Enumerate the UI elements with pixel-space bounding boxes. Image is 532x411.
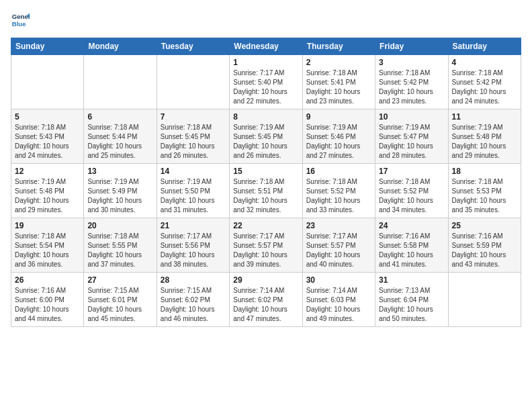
calendar-week-row: 12Sunrise: 7:19 AM Sunset: 5:48 PM Dayli… [11,164,521,218]
empty-cell [11,55,84,109]
calendar-day-cell: 11Sunrise: 7:19 AM Sunset: 5:48 PM Dayli… [448,109,521,164]
empty-cell [84,55,157,109]
day-number: 18 [452,167,517,176]
calendar-day-cell: 21Sunrise: 7:17 AM Sunset: 5:56 PM Dayli… [157,218,229,273]
calendar-day-cell: 7Sunrise: 7:18 AM Sunset: 5:45 PM Daylig… [157,109,229,164]
day-number: 23 [306,221,371,230]
weekday-header-wednesday: Wednesday [230,38,302,55]
day-info: Sunrise: 7:15 AM Sunset: 6:01 PM Dayligh… [87,286,152,324]
day-info: Sunrise: 7:18 AM Sunset: 5:42 PM Dayligh… [452,68,517,106]
day-number: 1 [233,58,298,67]
day-info: Sunrise: 7:14 AM Sunset: 6:03 PM Dayligh… [306,286,371,324]
calendar-day-cell: 1Sunrise: 7:17 AM Sunset: 5:40 PM Daylig… [230,55,302,109]
day-number: 25 [452,221,517,230]
day-number: 27 [87,275,152,285]
day-number: 22 [233,221,298,230]
day-number: 14 [161,167,226,176]
calendar-day-cell: 27Sunrise: 7:15 AM Sunset: 6:01 PM Dayli… [84,273,157,327]
day-info: Sunrise: 7:18 AM Sunset: 5:42 PM Dayligh… [379,68,444,106]
calendar-day-cell: 28Sunrise: 7:15 AM Sunset: 6:02 PM Dayli… [157,273,229,327]
calendar-day-cell: 16Sunrise: 7:18 AM Sunset: 5:52 PM Dayli… [302,164,375,218]
day-info: Sunrise: 7:19 AM Sunset: 5:47 PM Dayligh… [379,123,444,161]
day-number: 3 [379,58,444,67]
day-number: 15 [233,167,298,176]
day-number: 26 [15,275,80,285]
day-number: 20 [87,221,152,230]
svg-text:General: General [12,13,30,20]
calendar-day-cell: 17Sunrise: 7:18 AM Sunset: 5:52 PM Dayli… [375,164,448,218]
day-info: Sunrise: 7:18 AM Sunset: 5:53 PM Dayligh… [452,177,517,215]
day-number: 19 [15,221,80,230]
page-header: General Blue [11,11,521,30]
calendar-day-cell: 30Sunrise: 7:14 AM Sunset: 6:03 PM Dayli… [302,273,375,327]
weekday-header-thursday: Thursday [302,38,375,55]
day-number: 11 [452,112,517,122]
calendar-week-row: 1Sunrise: 7:17 AM Sunset: 5:40 PM Daylig… [11,55,521,109]
day-info: Sunrise: 7:19 AM Sunset: 5:48 PM Dayligh… [15,177,80,215]
day-info: Sunrise: 7:19 AM Sunset: 5:45 PM Dayligh… [233,123,298,161]
calendar-day-cell: 18Sunrise: 7:18 AM Sunset: 5:53 PM Dayli… [448,164,521,218]
day-info: Sunrise: 7:19 AM Sunset: 5:50 PM Dayligh… [161,177,226,215]
weekday-header-friday: Friday [375,38,448,55]
day-info: Sunrise: 7:16 AM Sunset: 6:00 PM Dayligh… [15,286,80,324]
svg-text:Blue: Blue [12,20,26,28]
calendar-day-cell: 19Sunrise: 7:18 AM Sunset: 5:54 PM Dayli… [11,218,84,273]
logo: General Blue [11,11,32,30]
day-info: Sunrise: 7:18 AM Sunset: 5:54 PM Dayligh… [15,232,80,269]
day-number: 24 [379,221,444,230]
day-number: 13 [87,167,152,176]
day-number: 28 [161,275,226,285]
day-info: Sunrise: 7:18 AM Sunset: 5:51 PM Dayligh… [233,177,298,215]
day-number: 12 [15,167,80,176]
calendar-day-cell: 6Sunrise: 7:18 AM Sunset: 5:44 PM Daylig… [84,109,157,164]
day-info: Sunrise: 7:17 AM Sunset: 5:56 PM Dayligh… [161,232,226,269]
calendar-day-cell: 14Sunrise: 7:19 AM Sunset: 5:50 PM Dayli… [157,164,229,218]
calendar-day-cell: 26Sunrise: 7:16 AM Sunset: 6:00 PM Dayli… [11,273,84,327]
calendar-day-cell: 31Sunrise: 7:13 AM Sunset: 6:04 PM Dayli… [375,273,448,327]
day-info: Sunrise: 7:16 AM Sunset: 5:58 PM Dayligh… [379,232,444,269]
calendar-day-cell: 15Sunrise: 7:18 AM Sunset: 5:51 PM Dayli… [230,164,302,218]
calendar-week-row: 26Sunrise: 7:16 AM Sunset: 6:00 PM Dayli… [11,273,521,327]
calendar-day-cell: 24Sunrise: 7:16 AM Sunset: 5:58 PM Dayli… [375,218,448,273]
day-number: 29 [233,275,298,285]
day-number: 21 [161,221,226,230]
day-info: Sunrise: 7:16 AM Sunset: 5:59 PM Dayligh… [452,232,517,269]
calendar-week-row: 5Sunrise: 7:18 AM Sunset: 5:43 PM Daylig… [11,109,521,164]
weekday-header-saturday: Saturday [448,38,521,55]
calendar-day-cell: 8Sunrise: 7:19 AM Sunset: 5:45 PM Daylig… [230,109,302,164]
day-info: Sunrise: 7:19 AM Sunset: 5:49 PM Dayligh… [87,177,152,215]
day-number: 17 [379,167,444,176]
calendar-day-cell: 10Sunrise: 7:19 AM Sunset: 5:47 PM Dayli… [375,109,448,164]
day-number: 6 [87,112,152,122]
day-number: 30 [306,275,371,285]
weekday-header-sunday: Sunday [11,38,84,55]
day-number: 16 [306,167,371,176]
day-info: Sunrise: 7:17 AM Sunset: 5:57 PM Dayligh… [306,232,371,269]
day-number: 2 [306,58,371,67]
day-number: 4 [452,58,517,67]
day-info: Sunrise: 7:13 AM Sunset: 6:04 PM Dayligh… [379,286,444,324]
day-info: Sunrise: 7:18 AM Sunset: 5:52 PM Dayligh… [306,177,371,215]
day-info: Sunrise: 7:19 AM Sunset: 5:46 PM Dayligh… [306,123,371,161]
day-number: 9 [306,112,371,122]
calendar-day-cell: 2Sunrise: 7:18 AM Sunset: 5:41 PM Daylig… [302,55,375,109]
calendar-day-cell: 4Sunrise: 7:18 AM Sunset: 5:42 PM Daylig… [448,55,521,109]
calendar-day-cell: 13Sunrise: 7:19 AM Sunset: 5:49 PM Dayli… [84,164,157,218]
calendar-day-cell: 29Sunrise: 7:14 AM Sunset: 6:02 PM Dayli… [230,273,302,327]
calendar-day-cell: 3Sunrise: 7:18 AM Sunset: 5:42 PM Daylig… [375,55,448,109]
weekday-header-row: SundayMondayTuesdayWednesdayThursdayFrid… [11,38,521,55]
day-info: Sunrise: 7:18 AM Sunset: 5:41 PM Dayligh… [306,68,371,106]
calendar-day-cell: 22Sunrise: 7:17 AM Sunset: 5:57 PM Dayli… [230,218,302,273]
day-info: Sunrise: 7:14 AM Sunset: 6:02 PM Dayligh… [233,286,298,324]
calendar-day-cell: 12Sunrise: 7:19 AM Sunset: 5:48 PM Dayli… [11,164,84,218]
day-info: Sunrise: 7:19 AM Sunset: 5:48 PM Dayligh… [452,123,517,161]
calendar-table: SundayMondayTuesdayWednesdayThursdayFrid… [11,38,521,327]
day-info: Sunrise: 7:18 AM Sunset: 5:44 PM Dayligh… [87,123,152,161]
day-number: 31 [379,275,444,285]
day-number: 10 [379,112,444,122]
calendar-day-cell: 23Sunrise: 7:17 AM Sunset: 5:57 PM Dayli… [302,218,375,273]
empty-cell [448,273,521,327]
day-number: 5 [15,112,80,122]
day-info: Sunrise: 7:15 AM Sunset: 6:02 PM Dayligh… [161,286,226,324]
weekday-header-tuesday: Tuesday [157,38,229,55]
